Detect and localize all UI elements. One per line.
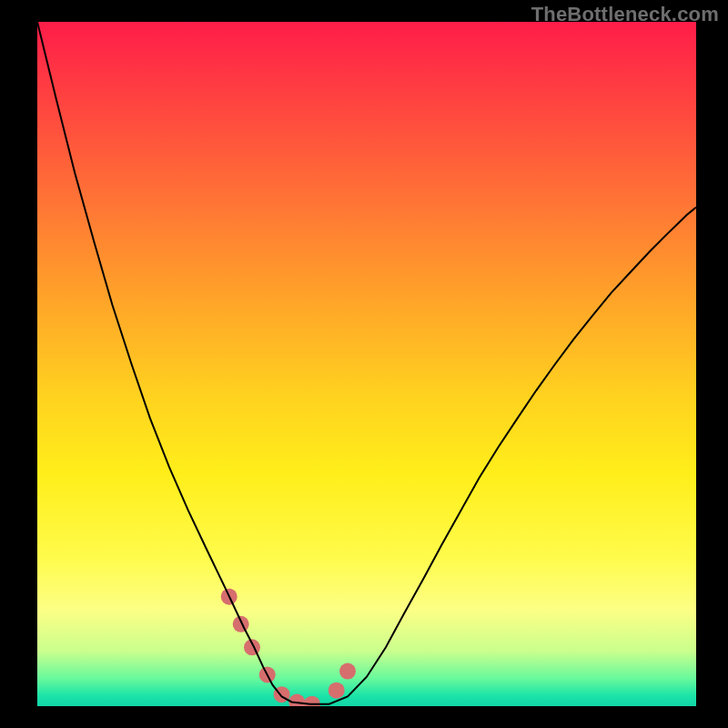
bottleneck-curve-path: [37, 22, 696, 704]
chart-stage: TheBottleneck.com: [0, 0, 728, 728]
highlight-marker: [233, 616, 249, 632]
watermark-label: TheBottleneck.com: [531, 3, 719, 26]
highlight-marker: [339, 663, 356, 680]
highlight-markers-group: [221, 589, 356, 706]
highlight-marker: [329, 682, 345, 699]
highlight-marker: [288, 694, 305, 707]
chart-plot-area: [37, 22, 696, 706]
chart-svg-overlay: [37, 22, 696, 706]
